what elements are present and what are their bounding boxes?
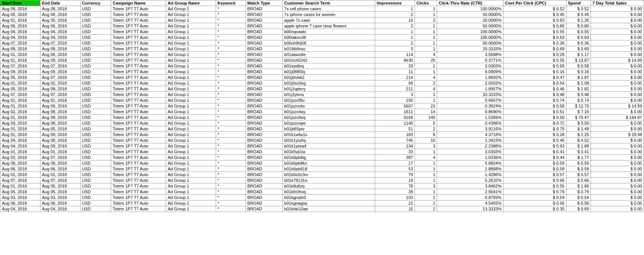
table-cell: BROAD <box>245 86 282 92</box>
table-cell: $ 0.54 <box>566 195 591 200</box>
table-cell: * <box>216 69 245 75</box>
table-cell: * <box>216 52 245 58</box>
table-cell: b01kfc0hoq <box>282 189 375 195</box>
table-cell: 22 <box>415 103 437 109</box>
table-cell: 99 <box>375 80 415 86</box>
table-cell: BROAD <box>245 149 282 155</box>
table-cell: Aug 07, 2018 <box>40 92 80 98</box>
table-cell: $ 0.45 <box>566 12 591 18</box>
table-cell: 2 <box>415 206 437 212</box>
table-cell: 6630 <box>375 58 415 63</box>
table-cell: 100.0000% <box>437 29 504 35</box>
table-cell: $ 1.82 <box>566 86 591 92</box>
table-cell: Totem 1P7 T7 Auto <box>111 206 166 212</box>
table-cell: $ 0.00 <box>591 200 644 206</box>
table-cell: $ 0.48 <box>566 92 591 98</box>
table-cell: 1 <box>415 92 437 98</box>
table-cell: 0.9709% <box>437 195 504 200</box>
table-cell: 3.9216% <box>437 126 504 132</box>
table-cell: Ad Group 1 <box>166 160 216 166</box>
table-row: Aug 02, 2018Aug 07, 2018USDTotem 1P7 T7 … <box>0 155 644 160</box>
table-cell: Aug 07, 2018 <box>40 63 80 69</box>
table-cell: $ 0.52 <box>503 6 566 12</box>
table-cell: 0.3771% <box>437 58 504 63</box>
table-cell: b00taksn38 <box>282 35 375 40</box>
table-cell: $ 0.00 <box>591 86 644 92</box>
table-cell: $ 0.00 <box>591 166 644 172</box>
table-cell: BROAD <box>245 98 282 103</box>
table-cell: $ 0.79 <box>503 189 566 195</box>
table-cell: 78 <box>375 183 415 189</box>
table-cell: Totem 1P7 T7 Auto <box>111 132 166 138</box>
table-cell: USD <box>80 29 111 35</box>
table-cell: 25 <box>415 58 437 63</box>
table-cell: Aug 01, 2018 <box>0 126 40 132</box>
table-cell: Aug 01, 2018 <box>0 132 40 138</box>
table-cell: * <box>216 46 245 52</box>
table-cell: * <box>216 58 245 63</box>
table-cell: $ 0.74 <box>566 98 591 103</box>
table-cell: Ad Group 1 <box>166 58 216 63</box>
table-cell: 183 <box>375 132 415 138</box>
table-cell: Totem 1P7 T7 Auto <box>111 143 166 149</box>
table-cell: BROAD <box>245 23 282 29</box>
table-cell: 134 <box>375 143 415 149</box>
table-cell: BROAD <box>245 75 282 80</box>
table-cell: 19 <box>375 178 415 183</box>
column-header-5: Keyword <box>216 0 245 6</box>
table-cell: Totem 1P7 T7 Auto <box>111 63 166 69</box>
table-cell: 100.0000% <box>437 35 504 40</box>
table-cell: * <box>216 195 245 200</box>
table-cell: Totem 1P7 T7 Auto <box>111 80 166 86</box>
table-cell: BROAD <box>245 103 282 109</box>
table-cell: Ad Group 1 <box>166 103 216 109</box>
table-cell: $ 1.87 <box>566 75 591 80</box>
table-cell: 1 <box>415 178 437 183</box>
table-cell: $ 0.41 <box>566 149 591 155</box>
table-cell: 10 <box>375 18 415 23</box>
table-cell: USD <box>80 80 111 86</box>
table-row: Aug 05, 2018Aug 07, 2018USDTotem 1P7 T7 … <box>0 75 644 80</box>
table-cell: 1.8957% <box>437 86 504 92</box>
table-cell: Ad Group 1 <box>166 132 216 138</box>
table-cell: Ad Group 1 <box>166 80 216 86</box>
table-cell: 2 <box>415 126 437 132</box>
table-cell: $ 1.49 <box>566 126 591 132</box>
table-cell: Aug 07, 2018 <box>0 63 40 69</box>
table-cell: 1 <box>415 200 437 206</box>
table-cell: $ 3.59 <box>566 120 591 126</box>
table-cell: Ad Group 1 <box>166 52 216 58</box>
table-cell: Aug 02, 2018 <box>40 80 80 86</box>
table-cell: $ 0.00 <box>591 160 644 166</box>
table-cell: * <box>216 189 245 195</box>
table-cell: Totem 1P7 T7 Auto <box>111 23 166 29</box>
table-cell: 3.0303% <box>437 149 504 155</box>
table-cell: 1 <box>415 189 437 195</box>
table-cell: $ 0.44 <box>503 155 566 160</box>
table-row: Aug 03, 2018Aug 03, 2018USDTotem 1P7 T7 … <box>0 195 644 200</box>
table-cell: $ 0.69 <box>566 46 591 52</box>
table-cell: $ 0.56 <box>503 200 566 206</box>
table-cell: USD <box>80 109 111 115</box>
table-cell: Aug 08, 2018 <box>0 160 40 166</box>
table-cell: Aug 08, 2018 <box>40 6 80 12</box>
table-cell: $ 0.00 <box>591 138 644 143</box>
table-row: Aug 05, 2018Aug 05, 2018USDTotem 1P7 T7 … <box>0 189 644 195</box>
table-cell: $ 70.47 <box>566 115 591 120</box>
table-cell: Aug 04, 2018 <box>0 35 40 40</box>
table-cell: 5607 <box>375 103 415 109</box>
table-row: Aug 09, 2018Aug 09, 2018USDTotem 1P7 T7 … <box>0 69 644 75</box>
table-cell: Ad Group 1 <box>166 35 216 40</box>
table-cell: $ 0.51 <box>503 109 566 115</box>
table-cell: $ 0.59 <box>566 160 591 166</box>
table-cell: BROAD <box>245 206 282 212</box>
table-cell: 33 <box>375 149 415 155</box>
table-cell: BROAD <box>245 58 282 63</box>
column-header-0: Start Date <box>0 0 40 6</box>
table-cell: $ 1.66 <box>566 183 591 189</box>
table-cell: * <box>216 200 245 206</box>
table-cell: $ 0.00 <box>591 155 644 160</box>
table-cell: b01kgnafz0 <box>282 195 375 200</box>
table-row: Aug 05, 2018Aug 08, 2018USDTotem 1P7 T7 … <box>0 12 644 18</box>
table-row: Aug 01, 2018Aug 09, 2018USDTotem 1P7 T7 … <box>0 103 644 109</box>
